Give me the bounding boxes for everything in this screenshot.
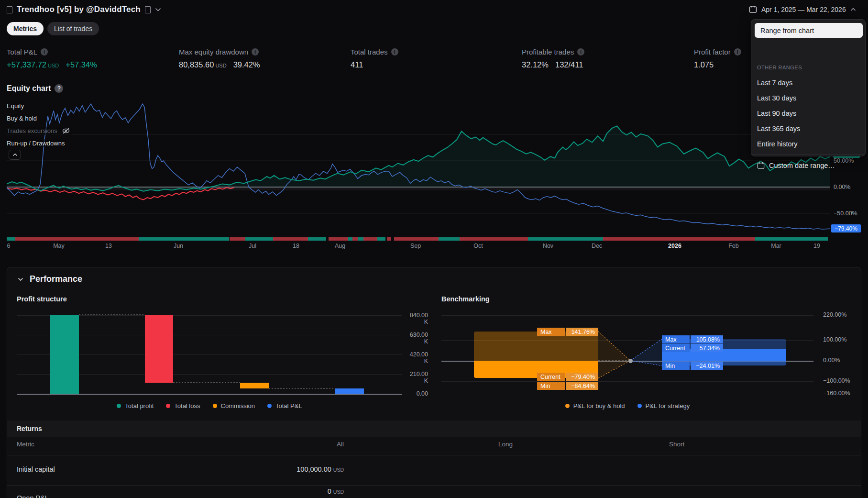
row-open-pnl-label: Open P&L — [17, 494, 49, 498]
divider — [7, 485, 861, 486]
calendar-icon — [749, 5, 757, 13]
dropdown-item-entire-history[interactable]: Entire history — [751, 136, 865, 152]
legend-item-buy-hold[interactable]: Buy & hold — [7, 114, 38, 122]
trade-strip-segment — [439, 237, 460, 241]
collapse-legend-button[interactable] — [9, 150, 21, 160]
column-header-long: Long — [498, 441, 513, 448]
value-pill-min: Min−84.64% — [537, 382, 598, 390]
metric-value: 1.075 — [694, 60, 741, 69]
dropdown-item-last-90-days[interactable]: Last 90 days — [751, 106, 865, 121]
x-axis-tick: Aug — [335, 243, 345, 249]
legend-item[interactable]: Total P&L — [267, 402, 302, 409]
y-axis-tick: 0.00 — [404, 390, 428, 397]
y-axis-tick: 840.00 K — [404, 312, 428, 325]
metric-value: +57,337.72USD+57.34% — [7, 60, 97, 69]
dropdown-item-last-365-days[interactable]: Last 365 days — [751, 121, 865, 136]
profit-structure-title: Profit structure — [17, 295, 67, 303]
legend-dot-icon — [267, 404, 272, 408]
y-axis-tick: −160.00% — [823, 390, 850, 397]
legend-item[interactable]: Commission — [213, 402, 255, 409]
legend-item-runup-drawdowns[interactable]: Run-up / Drawdowns — [7, 139, 66, 147]
metric-label: Max equity drawdown — [179, 48, 248, 56]
y-axis-tick: −100.00% — [823, 377, 850, 384]
metric-label: Profit factor — [694, 48, 731, 56]
metric-value: 32.12%132/411 — [522, 60, 584, 69]
trade-strip-segment — [230, 237, 245, 241]
trade-result-strip[interactable] — [7, 237, 830, 241]
benchmarking-chart[interactable]: Max141.76%Current−79.40%Min−84.64%Max105… — [441, 309, 813, 396]
legend-item-trades-excursions[interactable]: Trades excursions — [7, 127, 72, 135]
y-axis-tick: 0.00% — [823, 357, 840, 364]
chevron-up-icon — [12, 153, 18, 156]
performance-card: Performance Profit structure 840.00 K630… — [7, 267, 861, 498]
x-axis-tick: Jul — [249, 243, 256, 249]
trade-strip-segment — [308, 237, 326, 241]
x-axis-tick: Sep — [410, 243, 421, 249]
info-icon[interactable]: i — [252, 48, 259, 55]
x-axis-tick: 19 — [813, 243, 820, 249]
trade-strip-segment — [139, 237, 229, 241]
chevron-down-icon — [18, 277, 23, 281]
y-axis-tick: −50.00% — [834, 210, 857, 217]
equity-chart-canvas[interactable] — [7, 89, 830, 235]
emoji-placeholder-icon — [7, 6, 12, 13]
trade-strip-segment — [273, 237, 308, 241]
row-initial-capital-label: Initial capital — [17, 465, 55, 473]
legend-item[interactable]: Total profit — [117, 402, 154, 409]
legend-item[interactable]: P&L for strategy — [637, 402, 690, 409]
performance-header[interactable]: Performance — [18, 274, 82, 284]
row-open-pnl-value: 0USD — [248, 487, 344, 495]
metric-card: Total P&Li+57,337.72USD+57.34% — [7, 48, 97, 69]
y-axis-tick: 420.00 K — [404, 351, 428, 365]
tab-metrics[interactable]: Metrics — [7, 22, 44, 35]
trade-strip-segment — [348, 237, 352, 241]
legend-item-equity[interactable]: Equity — [7, 102, 25, 110]
chevron-down-icon[interactable] — [155, 8, 161, 11]
performance-title: Performance — [30, 274, 82, 284]
tab-list-of-trades[interactable]: List of trades — [47, 22, 99, 35]
x-axis-tick: 18 — [293, 243, 299, 249]
divider — [751, 154, 865, 155]
date-range-button[interactable]: Apr 1, 2025 — Mar 22, 2026 — [749, 5, 856, 13]
profit-structure-chart[interactable] — [17, 311, 402, 395]
value-pill-min: Min−24.01% — [662, 362, 723, 370]
legend-dot-icon — [565, 404, 570, 408]
y-axis-tick: 0.00% — [834, 184, 850, 190]
dropdown-group-label: OTHER RANGES — [757, 65, 802, 70]
legend-dot-icon — [213, 404, 217, 408]
returns-section-header[interactable]: Returns — [7, 421, 861, 437]
chevron-up-icon — [850, 8, 856, 11]
x-axis-tick: Mar — [771, 243, 781, 249]
profit-structure-legend: Total profitTotal lossCommissionTotal P&… — [17, 402, 402, 409]
x-axis-tick: Nov — [543, 243, 553, 249]
dropdown-item-last-30-days[interactable]: Last 30 days — [751, 90, 865, 106]
drawdown-badge: −79.40% — [831, 224, 861, 232]
info-icon[interactable]: i — [734, 48, 741, 55]
y-axis-tick: 100.00% — [823, 336, 846, 343]
info-icon[interactable]: i — [41, 48, 48, 55]
y-axis-tick: 220.00% — [823, 311, 846, 318]
trade-strip-segment — [460, 237, 528, 241]
column-header-all: All — [296, 441, 344, 448]
trade-strip-segment — [358, 237, 363, 241]
y-axis-tick: 210.00 K — [404, 371, 428, 384]
pivot-dot — [628, 359, 633, 363]
info-icon[interactable]: i — [577, 48, 584, 55]
trade-strip-segment — [245, 237, 273, 241]
y-axis-tick: 630.00 K — [404, 332, 428, 345]
dropdown-item-last-7-days[interactable]: Last 7 days — [751, 75, 865, 90]
row-initial-capital-value: 100,000.00USD — [248, 465, 344, 473]
date-range-dropdown: Range from chart OTHER RANGES Last 7 day… — [751, 19, 866, 156]
dropdown-item-range-from-chart[interactable]: Range from chart — [755, 23, 863, 38]
metric-label: Profitable trades — [522, 48, 574, 56]
dropdown-item-custom-date-range[interactable]: Custom date range… — [751, 157, 865, 173]
value-pill-max: Max105.08% — [662, 335, 723, 343]
eye-off-icon — [61, 127, 71, 134]
info-icon[interactable]: i — [391, 48, 398, 55]
x-axis-tick: May — [53, 243, 65, 249]
legend-item[interactable]: P&L for buy & hold — [565, 402, 625, 409]
trade-strip-segment — [755, 237, 828, 241]
x-axis-tick: Dec — [592, 243, 602, 249]
strategy-title-bar[interactable]: Trendhoo [v5] by @DaviddTech — [7, 5, 161, 14]
legend-item[interactable]: Total loss — [166, 402, 200, 409]
